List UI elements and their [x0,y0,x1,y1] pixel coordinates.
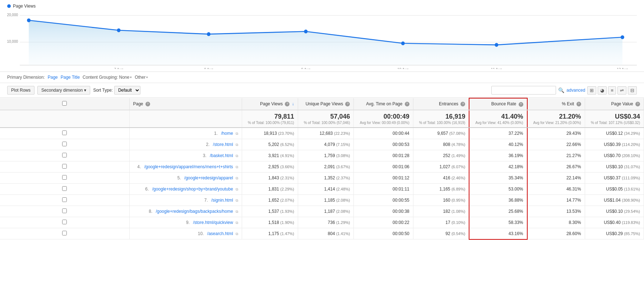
entrances-help-icon[interactable]: ? [460,102,465,106]
row-entrances-pct: (0.10%) [451,220,465,225]
copy-icon[interactable]: ⧉ [236,165,238,169]
th-page-value[interactable]: Page Value ? [585,98,644,110]
row-page-views-pct: (1.90%) [280,220,294,225]
row-page-link[interactable]: /basket.html [210,153,233,158]
row-page-link[interactable]: /home [221,131,233,136]
copy-icon[interactable]: ⧉ [236,143,238,147]
row-checkbox[interactable] [62,231,67,235]
totals-page-value-cell: US$0.34 % of Total: 107.12% (US$0.32) [585,110,644,128]
totals-checkbox-cell [0,110,129,128]
row-checkbox[interactable] [62,175,67,180]
row-unique-views-pct: (3.08%) [336,153,350,158]
row-checkbox[interactable] [62,142,67,146]
page-value-help-icon[interactable]: ? [635,102,640,106]
pivot-view-button[interactable]: ⊟ [628,86,637,95]
secondary-dimension-button[interactable]: Secondary dimension ▾ [37,86,90,95]
search-input[interactable] [491,86,556,95]
unique-views-help-icon[interactable]: ? [345,102,350,106]
chart-svg: 20,000 10,000 [7,12,637,69]
table-view-button[interactable]: ⊞ [587,86,596,95]
th-unique-page-views[interactable]: Unique Page Views ? [298,98,354,110]
row-unique-views-pct: (2.37%) [336,176,350,180]
advanced-link[interactable]: advanced [566,88,585,93]
row-page-cell: 8. /google+redesign/bags/backpacks/home … [129,206,242,217]
toolbar-right: 🔍 advanced ⊞ ◕ ≡ ⇌ ⊟ [491,86,637,95]
row-checkbox[interactable] [62,220,67,224]
primary-dimension-label: Primary Dimension: [7,75,45,80]
row-page-value-pct: (29.54%) [624,209,640,214]
select-all-checkbox[interactable] [62,101,67,106]
row-page-views-cell: 1,843 (2.31%) [242,173,298,184]
row-checkbox[interactable] [62,130,67,135]
th-avg-time[interactable]: Avg. Time on Page ? [354,98,413,110]
search-icon[interactable]: 🔍 [558,87,564,93]
row-page-link[interactable]: /store.html/quickview [193,220,233,225]
row-pct-exit-cell: 28.60% [527,228,585,239]
row-number: 8. [149,209,152,214]
row-checkbox[interactable] [62,164,67,169]
dim-page-link[interactable]: Page [48,75,58,80]
row-unique-views-pct: (2.08%) [336,209,350,214]
th-entrances[interactable]: Entrances ? [413,98,469,110]
row-page-value-cell: US$0.10 (29.54%) [585,206,644,217]
page-views-help-icon[interactable]: ? [285,102,289,106]
avg-time-help-icon[interactable]: ? [405,102,409,106]
row-checkbox[interactable] [62,197,67,202]
row-checkbox[interactable] [62,186,67,191]
row-unique-views-cell: 1,352 (2.37%) [298,173,354,184]
page-help-icon[interactable]: ? [145,102,150,106]
th-pct-exit[interactable]: % Exit ? [527,98,585,110]
row-page-views-pct: (3.66%) [280,165,294,169]
row-unique-views-pct: (2.08%) [336,198,350,202]
bounce-rate-help-icon[interactable]: ? [519,102,523,107]
copy-icon[interactable]: ⧉ [236,176,238,180]
row-avg-time-cell: 00:01:28 [354,150,413,161]
table-row: 5. /google+redesign/apparel ⧉ 1,843 (2.3… [0,173,644,184]
row-page-value-pct: (208.10%) [622,153,640,158]
dim-content-grouping[interactable]: Content Grouping: None ▾ [83,75,132,80]
row-page-value-pct: (13.61%) [624,187,640,191]
row-bounce-rate-cell: 25.68% [469,206,527,217]
th-page-views[interactable]: Page Views ? ↓ [242,98,298,110]
bar-view-button[interactable]: ≡ [608,86,616,95]
copy-icon[interactable]: ⧉ [236,154,238,158]
row-checkbox[interactable] [62,153,67,157]
row-page-link[interactable]: /google+redesign/bags/backpacks/home [156,209,233,214]
row-page-link[interactable]: /signin.html [211,198,233,203]
dim-other[interactable]: Other ▾ [135,75,148,80]
row-checkbox[interactable] [62,208,67,213]
comparison-view-button[interactable]: ⇌ [617,86,626,95]
row-entrances-cell: 9,657 (57.08%) [413,128,469,139]
svg-point-12 [621,35,624,39]
row-page-value-cell: US$0.39 (114.20%) [585,139,644,150]
sort-type-select[interactable]: Default [114,86,140,95]
copy-icon[interactable]: ⧉ [236,132,238,136]
row-page-link[interactable]: /google+redesign/apparel/mens/mens+t+shi… [144,164,233,169]
row-page-link[interactable]: /store.html [213,142,233,147]
row-page-cell: 5. /google+redesign/apparel ⧉ [129,173,242,184]
pct-exit-help-icon[interactable]: ? [576,102,581,106]
table-row: 10. /asearch.html ⧉ 1,175 (1.47%) 804 (1… [0,228,644,239]
dim-page-title-link[interactable]: Page Title [61,75,80,80]
row-page-link[interactable]: /asearch.html [207,231,233,236]
copy-icon[interactable]: ⧉ [236,187,238,191]
row-entrances-cell: 1,027 (6.07%) [413,161,469,173]
copy-icon[interactable]: ⧉ [236,210,238,214]
th-bounce-rate[interactable]: Bounce Rate ? [469,98,527,110]
copy-icon[interactable]: ⧉ [236,198,238,202]
row-number: 1. [214,131,218,136]
th-page[interactable]: Page ? [129,98,242,110]
row-unique-views-cell: 1,414 (2.48%) [298,184,354,195]
plot-rows-button[interactable]: Plot Rows [7,86,34,95]
totals-page-views-cell: 79,811 % of Total: 100.00% (79,811) [242,110,298,128]
row-entrances-cell: 160 (0.95%) [413,195,469,206]
copy-icon[interactable]: ⧉ [236,232,238,236]
data-table: Page ? Page Views ? ↓ Unique Page Views … [0,98,644,240]
row-avg-time-cell: 00:00:44 [354,128,413,139]
row-page-link[interactable]: /google+redesign/shop+by+brand/youtube [152,187,233,192]
pie-view-button[interactable]: ◕ [598,86,607,95]
svg-point-11 [495,43,498,47]
sort-type-wrapper: Sort Type: Default [93,86,140,95]
row-page-link[interactable]: /google+redesign/apparel [184,175,233,180]
copy-icon[interactable]: ⧉ [236,221,238,225]
